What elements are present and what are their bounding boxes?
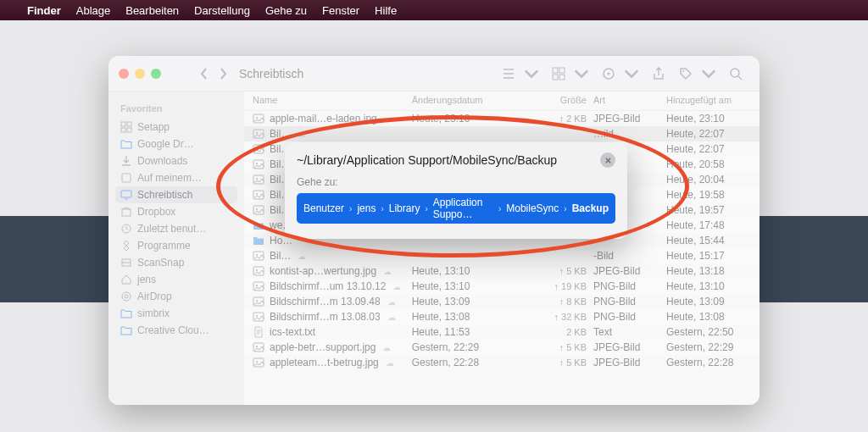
- goto-path-input[interactable]: ~/Library/Application Support/MobileSync…: [297, 153, 593, 167]
- menu-view[interactable]: Darstellung: [194, 4, 250, 17]
- menu-go[interactable]: Gehe zu: [265, 4, 307, 17]
- breadcrumb-segment: Benutzer: [303, 202, 344, 214]
- breadcrumb-segment: Backup: [572, 202, 609, 214]
- chevron-right-icon: ›: [498, 204, 501, 213]
- menu-edit[interactable]: Bearbeiten: [125, 4, 179, 17]
- breadcrumb-segment: MobileSync: [506, 202, 559, 214]
- menubar: Finder Ablage Bearbeiten Darstellung Geh…: [0, 0, 868, 20]
- breadcrumb[interactable]: Benutzer›jens›Library›Application Suppo……: [297, 193, 615, 224]
- app-name[interactable]: Finder: [27, 4, 61, 17]
- chevron-right-icon: ›: [349, 204, 352, 213]
- breadcrumb-segment: Library: [389, 202, 420, 214]
- breadcrumb-segment: Application Suppo…: [433, 197, 493, 220]
- goto-label: Gehe zu:: [297, 176, 615, 188]
- clear-button[interactable]: [600, 152, 615, 168]
- goto-folder-popover: ~/Library/Application Support/MobileSync…: [285, 142, 627, 239]
- menu-help[interactable]: Hilfe: [375, 4, 397, 17]
- chevron-right-icon: ›: [425, 204, 427, 213]
- breadcrumb-segment: jens: [357, 202, 376, 214]
- chevron-right-icon: ›: [381, 204, 383, 213]
- menu-file[interactable]: Ablage: [76, 4, 110, 17]
- chevron-right-icon: ›: [564, 204, 566, 213]
- menu-window[interactable]: Fenster: [322, 4, 359, 17]
